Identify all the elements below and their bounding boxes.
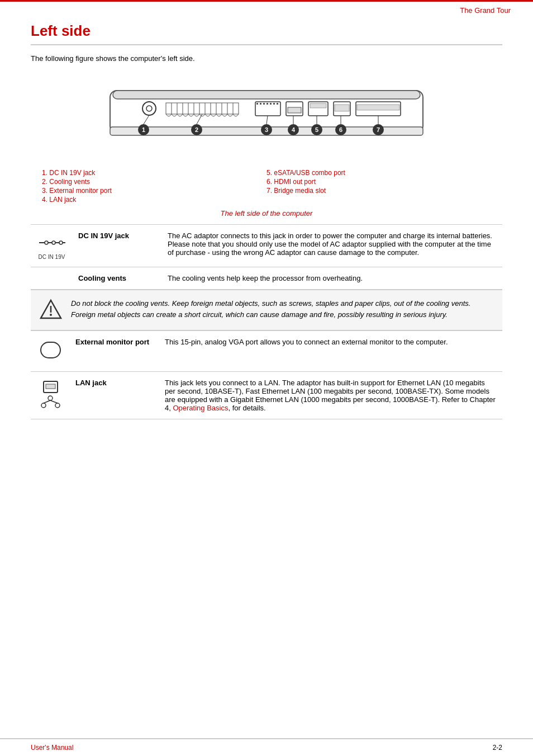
ext-monitor-icon-cell	[31, 331, 70, 372]
svg-text:6: 6	[339, 126, 342, 133]
cooling-icon-cell	[31, 267, 73, 290]
diagram-container: 1	[31, 74, 502, 163]
svg-rect-37	[310, 103, 326, 108]
page-title: Left side	[31, 22, 502, 45]
label-4: 4. LAN jack	[42, 196, 266, 204]
label-3: 3. External monitor port	[42, 187, 266, 195]
lan-jack-svg	[38, 379, 63, 409]
ext-monitor-term: External monitor port	[70, 331, 159, 372]
diagram-labels: 1. DC IN 19V jack 2. Cooling vents 3. Ex…	[31, 169, 502, 205]
table-row-dc-in: DC IN 19V DC IN 19V jack The AC adaptor …	[31, 225, 502, 267]
svg-text:4: 4	[292, 126, 296, 133]
dc-connector-svg	[36, 231, 67, 254]
svg-point-60	[59, 241, 63, 244]
intro-text: The following figure shows the computer'…	[31, 54, 502, 63]
vga-port-svg	[38, 338, 63, 363]
lan-desc: This jack lets you connect to a LAN. The…	[159, 372, 502, 419]
svg-rect-25	[263, 103, 265, 105]
footer-right: 2-2	[493, 744, 502, 752]
svg-rect-2	[113, 91, 420, 99]
svg-rect-45	[357, 105, 399, 110]
lan-icon-cell	[31, 372, 70, 419]
svg-line-50	[266, 116, 268, 124]
svg-rect-24	[260, 103, 261, 105]
main-content: Left side The following figure shows the…	[0, 17, 533, 442]
svg-text:1: 1	[142, 126, 145, 133]
dc-in-icon-cell: DC IN 19V	[31, 225, 73, 267]
diagram-caption: The left side of the computer	[31, 209, 502, 218]
svg-point-4	[146, 106, 152, 111]
svg-text:2: 2	[195, 126, 198, 133]
dc-in-term: DC IN 19V jack	[73, 225, 162, 267]
svg-rect-33	[288, 107, 301, 113]
svg-rect-29	[277, 103, 278, 105]
info-table-top: DC IN 19V DC IN 19V jack The AC adaptor …	[31, 224, 502, 290]
label-1: 1. DC IN 19V jack	[42, 169, 266, 177]
footer-left: User's Manual	[31, 744, 73, 752]
svg-point-69	[41, 403, 46, 408]
svg-rect-27	[270, 103, 272, 105]
dc-in-icon: DC IN 19V	[36, 231, 67, 260]
svg-point-58	[52, 241, 55, 244]
dc-in-desc: The AC adaptor connects to this jack in …	[162, 225, 502, 267]
svg-line-49	[197, 114, 202, 124]
svg-text:3: 3	[265, 126, 268, 133]
svg-rect-67	[46, 384, 55, 389]
dc-in-heading: DC IN 19V jack	[78, 231, 129, 240]
header: The Grand Tour	[0, 0, 533, 17]
labels-col-2: 5. eSATA/USB combo port 6. HDMI out port…	[266, 169, 491, 205]
warning-triangle-svg	[40, 298, 62, 320]
ext-monitor-desc: This 15-pin, analog VGA port allows you …	[159, 331, 502, 372]
warning-box: Do not block the cooling vents. Keep for…	[31, 290, 502, 330]
ext-monitor-heading: External monitor port	[75, 338, 149, 346]
warning-icon	[40, 298, 62, 322]
label-7: 7. Bridge media slot	[266, 187, 491, 195]
svg-line-48	[144, 115, 149, 124]
cooling-term: Cooling vents	[73, 267, 162, 290]
warning-text: Do not block the cooling vents. Keep for…	[71, 298, 493, 320]
svg-rect-41	[335, 105, 349, 111]
table-row-cooling: Cooling vents The cooling vents help kee…	[31, 267, 502, 290]
label-5: 5. eSATA/USB combo port	[266, 169, 491, 177]
header-title: The Grand Tour	[460, 6, 511, 15]
svg-text:7: 7	[377, 126, 380, 133]
laptop-diagram: 1	[93, 74, 440, 163]
table-row-ext-monitor: External monitor port This 15-pin, analo…	[31, 331, 502, 372]
svg-rect-65	[41, 342, 60, 358]
svg-rect-23	[256, 103, 258, 105]
svg-point-70	[55, 403, 60, 408]
dc-in-label: DC IN 19V	[39, 254, 65, 260]
footer: User's Manual 2-2	[0, 738, 533, 756]
operating-basics-link[interactable]: Operating Basics	[173, 404, 228, 412]
svg-rect-26	[266, 103, 268, 105]
svg-point-56	[45, 241, 48, 244]
svg-point-3	[142, 102, 156, 115]
svg-point-64	[50, 314, 52, 316]
label-2: 2. Cooling vents	[42, 178, 266, 186]
lan-term: LAN jack	[70, 372, 159, 419]
table-row-lan: LAN jack This jack lets you connect to a…	[31, 372, 502, 419]
svg-point-68	[48, 396, 53, 400]
cooling-desc: The cooling vents help keep the processo…	[162, 267, 502, 290]
lan-heading: LAN jack	[75, 379, 107, 387]
cooling-heading: Cooling vents	[78, 274, 126, 282]
svg-line-72	[50, 400, 58, 403]
label-6: 6. HDMI out port	[266, 178, 491, 186]
info-table-bottom: External monitor port This 15-pin, analo…	[31, 330, 502, 419]
labels-col-1: 1. DC IN 19V jack 2. Cooling vents 3. Ex…	[42, 169, 266, 205]
svg-text:5: 5	[315, 126, 318, 133]
svg-line-71	[44, 400, 50, 403]
svg-rect-28	[273, 103, 275, 105]
